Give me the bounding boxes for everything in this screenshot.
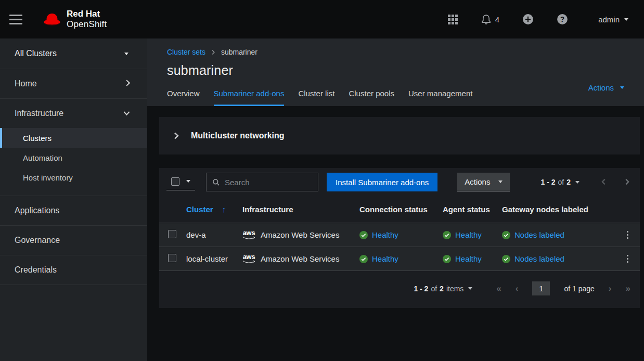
- logo-text: Red Hat OpenShift: [67, 9, 107, 29]
- breadcrumb-current: submariner: [221, 48, 257, 56]
- redhat-openshift-logo: Red Hat OpenShift: [42, 9, 107, 29]
- bell-icon: [481, 14, 492, 25]
- sidebar-item-label: Home: [15, 79, 37, 88]
- sidebar-item-applications[interactable]: Applications: [0, 196, 147, 225]
- sidebar: All Clusters Home Infrastructure Clu: [0, 38, 147, 361]
- tab-user-management[interactable]: User management: [408, 89, 472, 106]
- sidebar-item-label: Clusters: [23, 134, 51, 143]
- caret-down-icon: [124, 53, 128, 55]
- column-header-infrastructure[interactable]: Infrastructure: [238, 196, 355, 223]
- pagination-next-chevron-icon[interactable]: [625, 178, 629, 187]
- pagination-per-page-caret-icon[interactable]: [468, 287, 472, 290]
- tab-cluster-list[interactable]: Cluster list: [298, 89, 334, 106]
- agent-status-link[interactable]: Healthy: [455, 230, 482, 239]
- connection-status-link[interactable]: Healthy: [372, 230, 398, 239]
- row-kebab-menu-icon[interactable]: [619, 253, 636, 265]
- chevron-down-icon: [123, 109, 131, 118]
- install-submariner-add-ons-button[interactable]: Install Submariner add-ons: [327, 173, 437, 191]
- breadcrumb-cluster-sets-link[interactable]: Cluster sets: [167, 48, 205, 56]
- masthead: Red Hat OpenShift 4 ? admin: [0, 0, 644, 38]
- next-page-button[interactable]: ›: [609, 284, 612, 293]
- page-actions-label: Actions: [588, 83, 614, 92]
- sidebar-item-infrastructure[interactable]: Infrastructure: [0, 99, 147, 128]
- bottom-pagination: 1 - 2 of 2 items « ‹ 1 of 1 page › »: [159, 271, 640, 308]
- column-header-agent-status[interactable]: Agent status: [439, 196, 498, 223]
- current-page-input[interactable]: 1: [532, 281, 550, 295]
- app-launcher-grid-icon[interactable]: [448, 15, 458, 24]
- pagination-prev-chevron-icon[interactable]: [601, 178, 606, 187]
- check-circle-success-icon: [502, 231, 510, 239]
- table-actions-dropdown[interactable]: Actions: [457, 173, 510, 191]
- pagination-of-word: of: [558, 178, 564, 186]
- column-label: Cluster: [186, 205, 213, 214]
- infrastructure-name: Amazon Web Services: [261, 254, 339, 263]
- sidebar-item-label: Host inventory: [23, 173, 73, 182]
- pagination-range: 1 - 2: [414, 285, 428, 293]
- last-page-button[interactable]: »: [626, 284, 630, 293]
- bulk-select-dropdown[interactable]: [166, 174, 195, 190]
- aws-icon: aws: [242, 253, 255, 264]
- row-checkbox[interactable]: [168, 254, 176, 262]
- first-page-button[interactable]: «: [496, 284, 501, 293]
- caret-down-icon: [186, 180, 190, 183]
- sidebar-item-governance[interactable]: Governance: [0, 226, 147, 255]
- sidebar-item-home[interactable]: Home: [0, 69, 147, 98]
- pagination-total: 2: [440, 285, 444, 293]
- sidebar-item-label: Automation: [23, 153, 62, 162]
- page-title: submariner: [167, 63, 644, 78]
- check-circle-success-icon: [443, 231, 451, 239]
- cluster-switcher-dropdown[interactable]: All Clusters: [0, 38, 147, 69]
- gateway-nodes-link[interactable]: Nodes labeled: [514, 254, 564, 263]
- sidebar-item-host-inventory[interactable]: Host inventory: [0, 167, 147, 187]
- previous-page-button[interactable]: ‹: [516, 284, 519, 293]
- gateway-nodes-link[interactable]: Nodes labeled: [514, 230, 564, 239]
- page-actions-dropdown[interactable]: Actions: [588, 83, 624, 92]
- select-all-checkbox[interactable]: [171, 177, 179, 186]
- content-area: Multicluster networking Install Sub: [147, 106, 644, 361]
- pagination-total: 2: [566, 178, 571, 186]
- page-count-label: of 1 page: [564, 285, 594, 293]
- add-circle-icon[interactable]: [522, 14, 534, 25]
- svg-text:?: ?: [560, 16, 564, 23]
- table-actions-label: Actions: [465, 177, 490, 186]
- check-circle-success-icon: [502, 255, 510, 263]
- pagination-items-word: items: [446, 285, 463, 293]
- help-circle-icon[interactable]: ?: [557, 14, 568, 25]
- multicluster-networking-expandable[interactable]: Multicluster networking: [159, 117, 640, 154]
- cluster-name: local-cluster: [182, 247, 238, 271]
- sidebar-item-credentials[interactable]: Credentials: [0, 255, 147, 285]
- tab-cluster-pools[interactable]: Cluster pools: [349, 89, 394, 106]
- table-row-local-cluster: local-cluster aws Amazon Web Services: [159, 247, 640, 271]
- pagination-of-word: of: [431, 285, 437, 293]
- header-kebab-cell: [615, 196, 640, 223]
- notifications-button[interactable]: 4: [481, 14, 499, 25]
- column-header-connection-status[interactable]: Connection status: [355, 196, 439, 223]
- sidebar-item-automation[interactable]: Automation: [0, 148, 147, 167]
- search-input[interactable]: [225, 178, 312, 187]
- page-header: Cluster sets submariner submariner Actio…: [147, 38, 644, 106]
- cluster-switcher-label: All Clusters: [15, 49, 57, 58]
- pagination-per-page-caret-icon[interactable]: [575, 181, 579, 184]
- column-header-cluster[interactable]: Cluster↑: [182, 196, 238, 223]
- connection-status-link[interactable]: Healthy: [372, 254, 398, 263]
- sidebar-item-clusters[interactable]: Clusters: [0, 128, 147, 148]
- check-circle-success-icon: [359, 255, 368, 263]
- table-header-row: Cluster↑ Infrastructure Connection statu…: [159, 196, 640, 223]
- column-header-gateway-nodes-labeled[interactable]: Gateway nodes labeled: [498, 196, 615, 223]
- breadcrumb-separator-chevron-icon: [211, 49, 215, 55]
- notification-count: 4: [495, 15, 499, 24]
- row-kebab-menu-icon[interactable]: [619, 229, 636, 241]
- row-checkbox[interactable]: [168, 230, 176, 238]
- table-row-dev-a: dev-a aws Amazon Web Services: [159, 223, 640, 247]
- nav-toggle-hamburger-icon[interactable]: [9, 15, 22, 24]
- tab-overview[interactable]: Overview: [167, 89, 200, 106]
- infrastructure-name: Amazon Web Services: [261, 230, 339, 239]
- redhat-fedora-icon: [42, 11, 62, 27]
- agent-status-link[interactable]: Healthy: [455, 254, 482, 263]
- tab-bar: Overview Submariner add-ons Cluster list…: [167, 89, 644, 106]
- chevron-right-icon: [125, 79, 131, 89]
- username: admin: [598, 15, 620, 24]
- tab-submariner-add-ons[interactable]: Submariner add-ons: [214, 89, 285, 106]
- sort-ascending-arrow-icon: ↑: [222, 205, 226, 214]
- user-menu-dropdown[interactable]: admin: [598, 15, 628, 24]
